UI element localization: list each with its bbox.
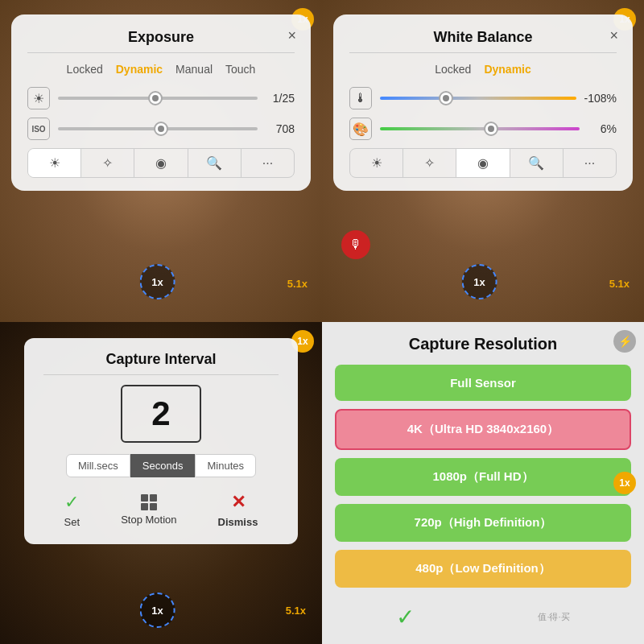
tint-thumb[interactable] (484, 122, 498, 136)
iso-value: 708 (266, 122, 295, 135)
close-button-q1[interactable]: × (287, 27, 296, 44)
stop-motion-icon (141, 494, 157, 510)
resolution-bottom: ✓ 值·得·买 (335, 596, 631, 638)
interval-number[interactable]: 2 (121, 385, 201, 443)
wb-toolbar-search[interactable]: 🔍 (510, 149, 564, 177)
toolbar-wb[interactable]: ◉ (134, 149, 188, 177)
sm-cell-3 (141, 503, 148, 510)
interval-card: Capture Interval 2 Mill.secs Seconds Min… (24, 338, 298, 544)
set-label: Set (64, 516, 80, 528)
watermark: 值·得·买 (538, 611, 569, 623)
iso-track[interactable] (58, 127, 258, 130)
close-button-q2[interactable]: × (609, 27, 618, 44)
4k-btn[interactable]: 4K（Ultra HD 3840x2160） (335, 409, 631, 450)
wb-mode-tabs: Locked Dynamic (349, 63, 617, 76)
dismiss-button[interactable]: ✕ Dismiss (218, 492, 258, 528)
unit-seconds[interactable]: Seconds (130, 454, 196, 477)
wb-toolbar-wb[interactable]: ◉ (456, 149, 510, 177)
exposure-title: Exposure (27, 29, 295, 46)
mode-manual[interactable]: Manual (175, 63, 213, 76)
set-icon: ✓ (64, 492, 79, 513)
temp-track[interactable] (380, 97, 576, 100)
capture-resolution-panel: ⚡ 1x Capture Resolution Full Sensor 4K（U… (322, 322, 644, 644)
exposure-value: 1/25 (266, 92, 295, 105)
toolbar-search[interactable]: 🔍 (188, 149, 242, 177)
zoom-label-q2: 5.1x (609, 278, 630, 290)
wb-mode-dynamic[interactable]: Dynamic (484, 63, 530, 76)
confirm-check-icon[interactable]: ✓ (396, 604, 415, 630)
divider-q1 (27, 52, 295, 53)
exposure-track[interactable] (58, 97, 258, 100)
temp-value: -108% (584, 92, 617, 105)
resolution-content: Capture Resolution Full Sensor 4K（Ultra … (322, 322, 644, 644)
action-row: ✓ Set Stop Motion ✕ Dismiss (43, 492, 279, 528)
stop-motion-label: Stop Motion (121, 514, 176, 526)
flash-badge[interactable]: ⚡ (613, 330, 636, 353)
wb-toolbar-focus[interactable]: ✧ (403, 149, 456, 177)
dismiss-label: Dismiss (218, 516, 258, 528)
sm-cell-4 (150, 503, 157, 510)
tint-slider-row: 🎨 6% (349, 118, 617, 140)
interval-title: Capture Interval (43, 351, 279, 368)
divider-q2 (349, 52, 617, 53)
mic-badge[interactable]: 🎙 (341, 230, 370, 259)
toolbar-sun[interactable]: ☀ (28, 149, 81, 177)
divider-q3 (43, 374, 279, 375)
wb-toolbar: ☀ ✧ ◉ 🔍 ··· (349, 148, 617, 178)
exposure-thumb[interactable] (148, 91, 163, 105)
exposure-slider-row: ☀ 1/25 (27, 87, 295, 109)
tint-value: 6% (588, 122, 617, 135)
toolbar-focus[interactable]: ✧ (81, 149, 134, 177)
iso-thumb[interactable] (154, 122, 168, 136)
1080p-btn[interactable]: 1080p（Full HD） (335, 458, 631, 496)
toolbar-more[interactable]: ··· (242, 149, 294, 177)
exposure-slider-icon: ☀ (27, 87, 50, 109)
zoom-badge-q1[interactable]: 1x (140, 264, 175, 299)
temp-thumb[interactable] (439, 91, 453, 105)
zoom-label-q1: 5.1x (287, 278, 308, 290)
unit-millisecs[interactable]: Mill.secs (66, 454, 130, 477)
wb-toolbar-sun[interactable]: ☀ (350, 149, 403, 177)
unit-tabs: Mill.secs Seconds Minutes (43, 454, 279, 477)
dismiss-icon: ✕ (231, 492, 246, 513)
unit-minutes[interactable]: Minutes (195, 454, 256, 477)
zoom-badge-q2[interactable]: 1x (462, 264, 497, 299)
wb-toolbar-more[interactable]: ··· (564, 149, 616, 177)
sm-cell-2 (150, 494, 157, 502)
mode-dynamic[interactable]: Dynamic (116, 63, 163, 76)
480p-btn[interactable]: 480p（Low Definition） (335, 550, 631, 588)
capture-interval-panel: 1x Capture Interval 2 Mill.secs Seconds … (0, 322, 322, 644)
full-sensor-btn[interactable]: Full Sensor (335, 365, 631, 401)
right-badge-q4[interactable]: 1x (613, 472, 636, 494)
exposure-mode-tabs: Locked Dynamic Manual Touch (27, 63, 295, 76)
mode-touch[interactable]: Touch (225, 63, 255, 76)
iso-slider-row: ISO 708 (27, 118, 295, 140)
iso-slider-icon: ISO (27, 118, 50, 140)
wb-title: White Balance (349, 29, 617, 46)
stop-motion-button[interactable]: Stop Motion (121, 494, 176, 526)
720p-btn[interactable]: 720p（High Definition） (335, 504, 631, 542)
tint-track[interactable] (380, 127, 580, 130)
resolution-title: Capture Resolution (335, 335, 631, 353)
exposure-toolbar: ☀ ✧ ◉ 🔍 ··· (27, 148, 295, 178)
sm-cell-1 (141, 494, 148, 502)
wb-mode-locked[interactable]: Locked (435, 63, 471, 76)
wb-card: White Balance × Locked Dynamic 🌡 -108% 🎨… (333, 14, 633, 191)
exposure-card: Exposure × Locked Dynamic Manual Touch ☀… (11, 14, 311, 191)
exposure-panel: 1x Exposure × Locked Dynamic Manual Touc… (0, 0, 322, 322)
zoom-label-q3: 5.1x (286, 605, 306, 617)
white-balance-panel: 1x White Balance × Locked Dynamic 🌡 -108… (322, 0, 644, 322)
mode-locked[interactable]: Locked (67, 63, 103, 76)
tint-slider-icon: 🎨 (349, 118, 372, 140)
temp-slider-icon: 🌡 (349, 87, 372, 109)
set-button[interactable]: ✓ Set (64, 492, 80, 528)
zoom-badge-q3[interactable]: 1x (140, 592, 175, 628)
temp-slider-row: 🌡 -108% (349, 87, 617, 109)
